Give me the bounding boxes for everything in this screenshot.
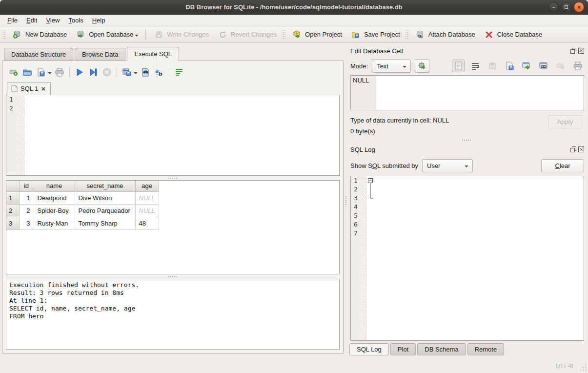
menu-file[interactable]: File — [3, 15, 22, 25]
save-as-icon[interactable] — [503, 60, 516, 72]
toolbar-handle[interactable] — [406, 29, 409, 40]
maximize-button[interactable] — [561, 2, 571, 12]
edit-cell-title: Edit Database Cell — [350, 47, 570, 55]
table-cell[interactable]: Rusty-Man — [34, 217, 75, 229]
splitter-editor-results[interactable] — [6, 176, 340, 180]
open-sql-file-icon[interactable] — [21, 66, 33, 78]
tab-execute-sql[interactable]: Execute SQL — [127, 47, 179, 61]
menu-tools[interactable]: Tools — [64, 15, 87, 25]
menu-edit[interactable]: Edit — [22, 15, 41, 25]
save-results-icon[interactable] — [121, 66, 133, 78]
row-header[interactable]: 3 — [6, 217, 19, 229]
execution-message-pane[interactable]: Execution finished without errors. Resul… — [6, 279, 340, 350]
export-icon[interactable] — [520, 60, 533, 72]
find-icon[interactable] — [140, 66, 151, 78]
save-results-dropdown-caret[interactable] — [134, 72, 138, 76]
print-icon[interactable] — [54, 66, 65, 78]
word-wrap-cell-icon[interactable] — [469, 60, 482, 72]
new-database-button[interactable]: New Database — [7, 27, 71, 42]
splitter-left-right[interactable] — [344, 43, 348, 358]
menu-help[interactable]: Help — [88, 15, 110, 25]
table-cell[interactable]: Pedro Parqueador — [75, 204, 135, 217]
sql-editor[interactable]: 12 — [6, 95, 340, 176]
print-cell-icon[interactable] — [571, 60, 584, 72]
resize-grip[interactable] — [580, 365, 586, 371]
table-cell[interactable]: Tommy Sharp — [75, 217, 135, 229]
code-line-1[interactable]: 1 — [6, 95, 339, 104]
table-cell[interactable]: NULL — [135, 204, 159, 217]
sql-doc-tab[interactable]: SQL 1 × — [7, 82, 51, 95]
titlebar[interactable]: DB Browser for SQLite - /home/user/code/… — [0, 0, 588, 15]
minimize-button[interactable]: − — [548, 2, 559, 12]
save-sql-dropdown-caret[interactable] — [48, 72, 52, 76]
open-tab-icon[interactable] — [8, 66, 20, 78]
table-cell[interactable]: Deadpond — [34, 191, 75, 204]
column-header-age[interactable]: age — [135, 181, 159, 191]
toolbar-handle[interactable] — [2, 29, 6, 40]
open-database-button[interactable]: Open Database — [71, 27, 142, 42]
submitted-by-select[interactable]: User — [422, 159, 473, 172]
table-cell[interactable]: 3 — [19, 217, 34, 229]
code-line-3[interactable]: 3 — [351, 194, 584, 203]
table-row: 22Spider-BoyPedro ParqueadorNULL — [6, 204, 159, 217]
splitter-results-message[interactable] — [6, 274, 340, 279]
mode-select-value: Text — [377, 62, 388, 70]
table-cell[interactable]: 1 — [19, 191, 34, 204]
code-line-4[interactable]: 4 — [351, 203, 584, 211]
fold-marker-start[interactable] — [367, 176, 374, 185]
code-line-6[interactable]: 6 — [351, 220, 584, 229]
column-header-name[interactable]: name — [34, 181, 75, 191]
close-button[interactable]: × — [574, 2, 584, 12]
execute-current-line-icon[interactable] — [87, 66, 99, 78]
table-cell[interactable]: Dive Wilson — [75, 191, 135, 204]
row-header[interactable]: 1 — [6, 191, 19, 204]
maximize-icon — [565, 5, 568, 9]
word-wrap-icon[interactable] — [173, 66, 185, 78]
open-project-button[interactable]: Open Project — [287, 27, 346, 42]
tab-database-structure[interactable]: Database Structure — [4, 48, 73, 61]
column-header-secret-name[interactable]: secret_name — [75, 181, 135, 191]
fold-margin — [363, 229, 367, 238]
table-cell[interactable]: Spider-Boy — [34, 204, 75, 217]
apply-data-button[interactable] — [415, 59, 429, 73]
float-dock-icon[interactable] — [570, 48, 576, 54]
bottom-tab-remote[interactable]: Remote — [467, 343, 505, 355]
code-line-2[interactable]: 2 — [351, 185, 584, 194]
close-dock-icon[interactable] — [578, 48, 584, 54]
toolbar-handle[interactable] — [282, 29, 285, 40]
tab-browse-data[interactable]: Browse Data — [75, 48, 125, 61]
left-pane: Database StructureBrowse DataExecute SQL — [0, 43, 344, 358]
column-header-id[interactable]: id — [19, 181, 34, 191]
code-line-1[interactable]: 1 — [351, 176, 584, 185]
app-window: DB Browser for SQLite - /home/user/code/… — [0, 0, 588, 373]
sql-doc-tab-close-icon[interactable]: × — [41, 86, 45, 91]
table-cell[interactable]: 48 — [135, 217, 159, 229]
corner-header[interactable] — [6, 181, 19, 191]
text-mode-icon[interactable] — [452, 60, 465, 72]
close-dock-icon[interactable] — [578, 146, 584, 152]
row-header[interactable]: 2 — [6, 204, 19, 217]
link-icon[interactable] — [537, 60, 550, 72]
clear-button[interactable]: Clear — [541, 159, 584, 172]
splitter-cell-log[interactable] — [348, 137, 584, 144]
save-sql-file-icon[interactable] — [35, 66, 47, 78]
code-line-2[interactable]: 2 — [6, 104, 339, 113]
cell-value-editor[interactable]: NULL — [350, 75, 584, 110]
menu-view[interactable]: View — [41, 15, 64, 25]
format-sql-icon[interactable]: ab — [153, 66, 165, 78]
save-project-button[interactable]: Save Project — [346, 27, 404, 42]
bottom-tab-plot[interactable]: Plot — [390, 343, 416, 355]
bottom-tab-sql-log[interactable]: SQL Log — [349, 343, 389, 355]
mode-select[interactable]: Text — [372, 60, 411, 73]
float-dock-icon[interactable] — [570, 146, 576, 152]
bottom-tab-db-schema[interactable]: DB Schema — [417, 343, 466, 355]
table-cell[interactable]: 2 — [19, 204, 34, 217]
code-line-5[interactable]: 5 — [351, 211, 584, 220]
execute-all-icon[interactable] — [74, 66, 85, 78]
attach-database-button[interactable]: Attach Database — [410, 27, 479, 42]
code-line-7[interactable]: 7 — [351, 229, 584, 238]
open-database-dropdown-caret[interactable] — [135, 35, 139, 39]
close-database-button[interactable]: Close Database — [479, 27, 547, 42]
table-cell[interactable]: NULL — [135, 191, 159, 204]
sql-log-editor[interactable]: 1234567 — [350, 176, 584, 341]
